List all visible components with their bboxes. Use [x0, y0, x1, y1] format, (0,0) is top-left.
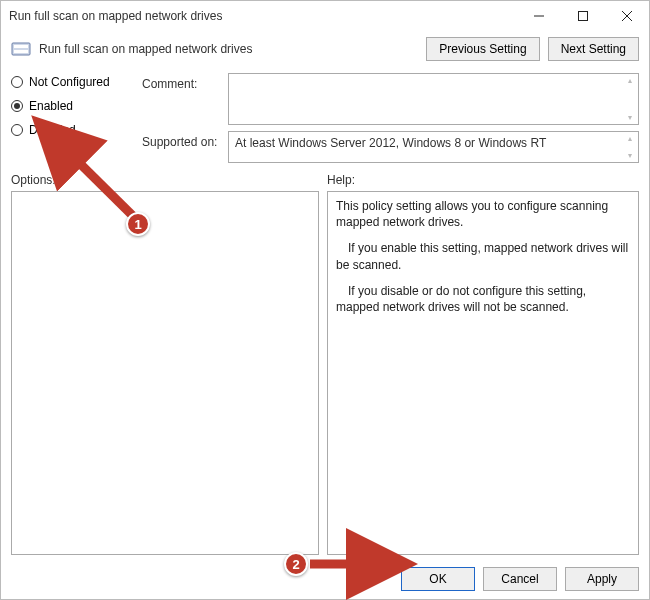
svg-rect-6 — [14, 50, 28, 53]
window-title: Run full scan on mapped network drives — [9, 9, 517, 23]
policy-name-label: Run full scan on mapped network drives — [39, 42, 418, 56]
help-paragraph: If you enable this setting, mapped netwo… — [336, 240, 630, 272]
policy-editor-window: Run full scan on mapped network drives R… — [0, 0, 650, 600]
fields-column: Comment: ▴▾ Supported on: At least Windo… — [142, 73, 639, 163]
policy-icon — [11, 39, 31, 59]
help-body: This policy setting allows you to config… — [327, 191, 639, 555]
apply-button[interactable]: Apply — [565, 567, 639, 591]
window-controls — [517, 1, 649, 31]
options-panel: Options: — [11, 173, 319, 555]
next-setting-button[interactable]: Next Setting — [548, 37, 639, 61]
supported-on-box: At least Windows Server 2012, Windows 8 … — [228, 131, 639, 163]
comment-textarea[interactable]: ▴▾ — [228, 73, 639, 125]
comment-label: Comment: — [142, 73, 220, 125]
radio-enabled-label: Enabled — [29, 99, 73, 113]
titlebar: Run full scan on mapped network drives — [1, 1, 649, 31]
radio-not-configured-label: Not Configured — [29, 75, 110, 89]
help-paragraph: This policy setting allows you to config… — [336, 198, 630, 230]
help-panel: Help: This policy setting allows you to … — [327, 173, 639, 555]
header-strip: Run full scan on mapped network drives P… — [1, 31, 649, 71]
previous-setting-button[interactable]: Previous Setting — [426, 37, 539, 61]
svg-rect-4 — [12, 43, 30, 55]
close-button[interactable] — [605, 1, 649, 31]
config-row: Not Configured Enabled Disabled Comment:… — [1, 71, 649, 167]
supported-on-value: At least Windows Server 2012, Windows 8 … — [235, 136, 546, 150]
cancel-button[interactable]: Cancel — [483, 567, 557, 591]
help-paragraph: If you disable or do not configure this … — [336, 283, 630, 315]
options-body — [11, 191, 319, 555]
supported-on-label: Supported on: — [142, 131, 220, 163]
radio-enabled[interactable]: Enabled — [11, 99, 136, 113]
supported-on-row: Supported on: At least Windows Server 20… — [142, 131, 639, 163]
supported-scrollbar[interactable]: ▴▾ — [624, 134, 636, 160]
options-help-split: Options: Help: This policy setting allow… — [1, 167, 649, 559]
radio-disabled[interactable]: Disabled — [11, 123, 136, 137]
radio-not-configured[interactable]: Not Configured — [11, 75, 136, 89]
state-radio-group: Not Configured Enabled Disabled — [11, 73, 136, 163]
ok-button[interactable]: OK — [401, 567, 475, 591]
minimize-button[interactable] — [517, 1, 561, 31]
maximize-button[interactable] — [561, 1, 605, 31]
comment-row: Comment: ▴▾ — [142, 73, 639, 125]
help-label: Help: — [327, 173, 639, 191]
options-label: Options: — [11, 173, 319, 191]
comment-scrollbar[interactable]: ▴▾ — [624, 76, 636, 122]
radio-disabled-label: Disabled — [29, 123, 76, 137]
footer-buttons: OK Cancel Apply — [1, 559, 649, 599]
svg-rect-1 — [579, 12, 588, 21]
svg-rect-5 — [14, 45, 28, 48]
